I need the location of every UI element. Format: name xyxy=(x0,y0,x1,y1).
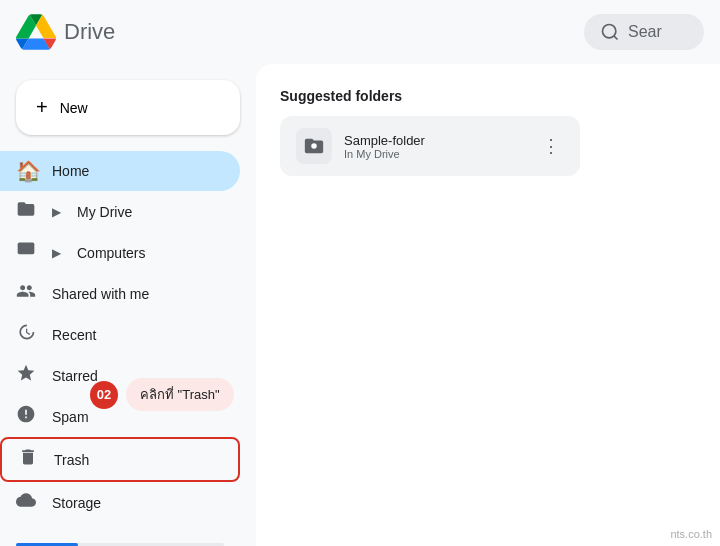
main-layout: + New 🏠 Home ▶ My Drive ▶ Computers xyxy=(0,64,720,546)
annotation-container: 02 คลิกที่ "Trash" xyxy=(90,378,234,411)
sidebar: + New 🏠 Home ▶ My Drive ▶ Computers xyxy=(0,64,256,546)
home-icon: 🏠 xyxy=(16,159,36,183)
svg-point-3 xyxy=(311,143,317,149)
star-icon xyxy=(16,363,36,388)
sidebar-item-label: Storage xyxy=(52,495,101,511)
sidebar-item-computers[interactable]: ▶ Computers xyxy=(0,232,240,273)
sidebar-item-label: Recent xyxy=(52,327,96,343)
folder-card[interactable]: Sample-folder In My Drive ⋮ xyxy=(280,116,580,176)
computer-icon xyxy=(16,240,36,265)
sidebar-item-storage[interactable]: Storage xyxy=(0,482,240,523)
header: Drive Sear xyxy=(0,0,720,64)
watermark: nts.co.th xyxy=(670,528,712,540)
folder-location: In My Drive xyxy=(344,148,425,160)
storage-icon xyxy=(16,490,36,515)
sidebar-item-label: Spam xyxy=(52,409,89,425)
folder-card-icon xyxy=(296,128,332,164)
folder-name: Sample-folder xyxy=(344,133,425,148)
folder-card-info: Sample-folder In My Drive xyxy=(344,133,425,160)
spam-icon xyxy=(16,404,36,429)
google-drive-logo xyxy=(16,12,56,52)
folder-more-button[interactable]: ⋮ xyxy=(538,131,564,161)
svg-point-0 xyxy=(603,25,616,38)
sidebar-item-my-drive[interactable]: ▶ My Drive xyxy=(0,191,240,232)
trash-icon xyxy=(18,447,38,472)
shared-icon xyxy=(16,281,36,306)
annotation-bubble: คลิกที่ "Trash" xyxy=(126,378,234,411)
recent-icon xyxy=(16,322,36,347)
sidebar-item-label: My Drive xyxy=(77,204,132,220)
svg-line-1 xyxy=(614,36,618,40)
svg-rect-2 xyxy=(18,243,35,255)
search-bar[interactable]: Sear xyxy=(584,14,704,50)
sidebar-item-shared[interactable]: Shared with me xyxy=(0,273,240,314)
suggested-folders-title: Suggested folders xyxy=(280,88,696,104)
chevron-icon: ▶ xyxy=(52,246,61,260)
sidebar-item-label: Trash xyxy=(54,452,89,468)
chevron-icon: ▶ xyxy=(52,205,61,219)
sidebar-item-label: Shared with me xyxy=(52,286,149,302)
app-title: Drive xyxy=(64,19,115,45)
new-button-label: New xyxy=(60,100,88,116)
folder-card-left: Sample-folder In My Drive xyxy=(296,128,425,164)
storage-section: 47.3 MB of 15 GB used Get more storage xyxy=(0,531,256,546)
sidebar-item-trash[interactable]: Trash xyxy=(0,437,240,482)
search-icon xyxy=(600,22,620,42)
annotation-badge: 02 xyxy=(90,381,118,409)
sidebar-item-label: Home xyxy=(52,163,89,179)
sidebar-item-home[interactable]: 🏠 Home xyxy=(0,151,240,191)
sidebar-item-recent[interactable]: Recent xyxy=(0,314,240,355)
logo-area: Drive xyxy=(16,12,115,52)
search-label: Sear xyxy=(628,23,662,41)
plus-icon: + xyxy=(36,96,48,119)
new-button[interactable]: + New xyxy=(16,80,240,135)
folder-icon xyxy=(16,199,36,224)
sidebar-item-label: Computers xyxy=(77,245,145,261)
main-content: Suggested folders Sample-folder In My Dr… xyxy=(256,64,720,546)
